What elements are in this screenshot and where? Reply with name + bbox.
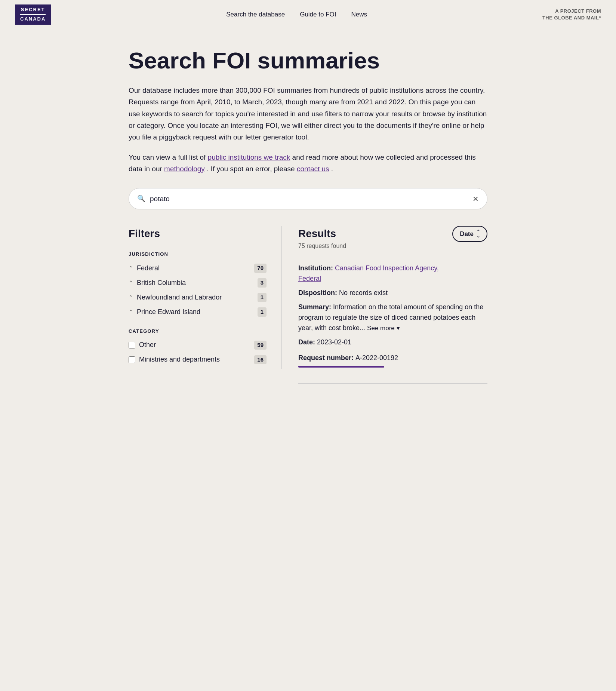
- request-number-field: Request number: A-2022-00192: [298, 353, 487, 368]
- main-nav: Search the database Guide to FOI News: [226, 10, 367, 19]
- filter-other-label: Other: [139, 340, 156, 350]
- results-title-group: Results 75 requests found: [298, 226, 346, 261]
- purple-accent-bar: [298, 366, 384, 368]
- link-institutions[interactable]: public institutions we track: [208, 153, 290, 161]
- intro-paragraph: Our database includes more than 300,000 …: [129, 85, 487, 143]
- publisher-name: THE GLOBE AND MAIL*: [542, 15, 601, 21]
- filter-nl-count: 1: [258, 293, 267, 302]
- chevron-down-sort-icon: ⌄: [477, 234, 480, 238]
- chevron-up-icon: ⌃: [129, 264, 133, 272]
- disposition-value: No records exist: [339, 289, 388, 297]
- filter-other-checkbox[interactable]: [129, 342, 135, 348]
- results-header: Results 75 requests found Date ⌃ ⌄: [298, 226, 487, 261]
- institution-field: Institution: Canadian Food Inspection Ag…: [298, 263, 487, 284]
- category-label: CATEGORY: [129, 328, 267, 335]
- intro-links-suffix: . If you spot an error, please: [207, 165, 297, 173]
- filter-pei-label: Prince Edward Island: [137, 307, 200, 317]
- result-card: Institution: Canadian Food Inspection Ag…: [298, 263, 487, 383]
- summary-label: Summary:: [298, 303, 333, 311]
- sort-dropdown[interactable]: Date ⌃ ⌄: [452, 226, 487, 242]
- intro-links-end: .: [331, 165, 333, 173]
- page-title: Search FOI summaries: [129, 48, 487, 73]
- category-section: CATEGORY Other 59 Ministries and departm…: [129, 328, 267, 365]
- filters-title: Filters: [129, 226, 267, 242]
- filter-other-count: 59: [254, 341, 267, 350]
- logo-text-line2: CANADA: [20, 16, 46, 22]
- sort-label: Date: [460, 230, 474, 238]
- see-more-button[interactable]: See more ▾: [367, 324, 400, 332]
- filter-bc-count: 3: [258, 278, 267, 288]
- nav-link-search[interactable]: Search the database: [226, 10, 285, 19]
- filter-ministries-count: 16: [254, 355, 267, 365]
- disposition-field: Disposition: No records exist: [298, 288, 487, 298]
- filter-federal[interactable]: ⌃ Federal 70: [129, 263, 267, 273]
- filters-panel: Filters JURISDICTION ⌃ Federal 70 ⌃ Brit…: [129, 226, 282, 369]
- filter-pei[interactable]: ⌃ Prince Edward Island 1: [129, 307, 267, 317]
- request-number-label: Request number:: [298, 354, 355, 362]
- date-field: Date: 2023-02-01: [298, 337, 487, 348]
- nav-link-news[interactable]: News: [351, 10, 367, 19]
- content-layout: Filters JURISDICTION ⌃ Federal 70 ⌃ Brit…: [129, 226, 487, 397]
- link-contact[interactable]: contact us: [297, 165, 329, 173]
- results-title: Results: [298, 226, 346, 242]
- summary-field: Summary: Information on the total amount…: [298, 302, 487, 334]
- jurisdiction-label: JURISDICTION: [129, 251, 267, 258]
- site-logo[interactable]: SECRET CANADA: [15, 4, 51, 25]
- publisher-credit: A PROJECT FROM THE GLOBE AND MAIL*: [542, 8, 601, 21]
- intro-links-paragraph: You can view a full list of public insti…: [129, 151, 487, 175]
- filter-ministries[interactable]: Ministries and departments 16: [129, 354, 267, 365]
- chevron-up-icon-pei: ⌃: [129, 308, 133, 316]
- date-value: 2023-02-01: [317, 338, 351, 346]
- filter-other[interactable]: Other 59: [129, 340, 267, 350]
- jurisdiction-section: JURISDICTION ⌃ Federal 70 ⌃ British Colu…: [129, 251, 267, 317]
- filter-nl-label: Newfoundland and Labrador: [137, 292, 222, 302]
- filter-federal-count: 70: [254, 264, 267, 273]
- filter-pei-count: 1: [258, 307, 267, 317]
- search-input[interactable]: [150, 195, 472, 203]
- search-clear-button[interactable]: ✕: [472, 194, 479, 203]
- date-label: Date:: [298, 338, 317, 346]
- logo-text-line1: SECRET: [21, 7, 45, 13]
- chevron-up-sort-icon: ⌃: [477, 230, 480, 234]
- filter-bc-label: British Columbia: [137, 278, 186, 288]
- institution-label: Institution:: [298, 264, 335, 272]
- search-bar: 🔍 ✕: [129, 188, 487, 209]
- sort-icon: ⌃ ⌄: [477, 230, 480, 238]
- intro-links-prefix: You can view a full list of: [129, 153, 208, 161]
- results-panel: Results 75 requests found Date ⌃ ⌄ Insti…: [282, 226, 487, 397]
- project-from-label: A PROJECT FROM: [542, 8, 601, 15]
- results-count: 75 requests found: [298, 242, 346, 251]
- search-icon: 🔍: [137, 194, 145, 204]
- link-methodology[interactable]: methodology: [164, 165, 205, 173]
- filter-ministries-checkbox[interactable]: [129, 356, 135, 363]
- request-number-value: A-2022-00192: [355, 354, 398, 362]
- filter-bc[interactable]: ⌃ British Columbia 3: [129, 278, 267, 288]
- site-header: SECRET CANADA Search the database Guide …: [0, 0, 616, 29]
- nav-link-foi[interactable]: Guide to FOI: [300, 10, 336, 19]
- filter-federal-label: Federal: [137, 263, 160, 273]
- filter-nl[interactable]: ⌃ Newfoundland and Labrador 1: [129, 292, 267, 302]
- chevron-up-icon-bc: ⌃: [129, 279, 133, 287]
- filter-ministries-label: Ministries and departments: [139, 354, 220, 365]
- disposition-label: Disposition:: [298, 289, 339, 297]
- chevron-up-icon-nl: ⌃: [129, 294, 133, 301]
